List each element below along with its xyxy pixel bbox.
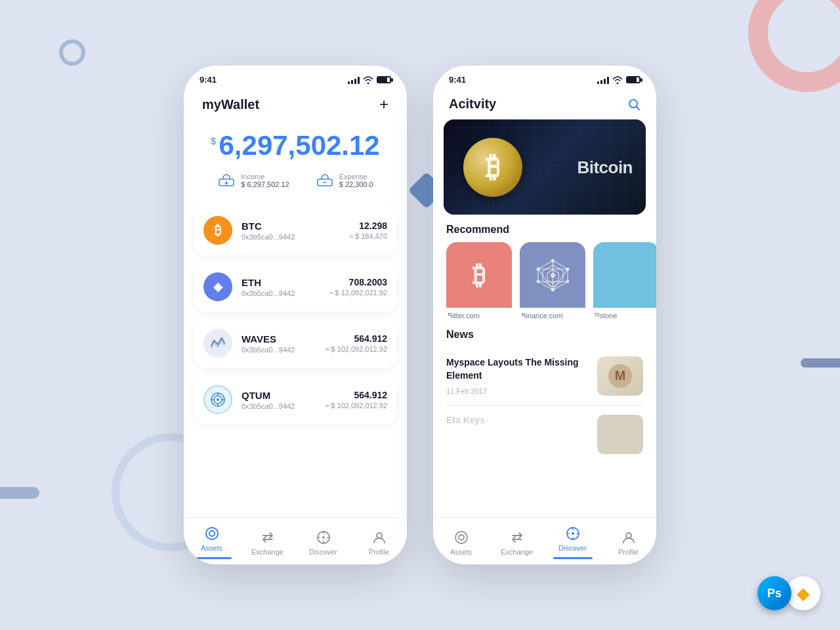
nav-exchange-activity[interactable]: Exchange: [497, 530, 537, 556]
svg-point-10: [629, 100, 637, 108]
svg-point-20: [537, 268, 539, 270]
eth-icon: ◈: [203, 272, 232, 301]
coin-item-qtum[interactable]: QTUM 0x3b5ca0...9442 564.912 ≈ $ 102,092…: [194, 375, 396, 425]
income-label: Income: [241, 173, 289, 180]
status-bar-activity: 9:41: [433, 66, 656, 90]
news-date-1: 11 Feb 2017: [446, 387, 587, 395]
bitter-name: Bitter.com: [446, 312, 512, 320]
expense-text: Expense $ 22,300.0: [339, 173, 373, 188]
search-button[interactable]: [627, 98, 640, 111]
expense-value: $ 22,300.0: [339, 180, 373, 188]
phones-container: 9:41: [184, 66, 656, 564]
signal-bar-4: [358, 77, 360, 84]
svg-point-28: [455, 532, 467, 543]
status-bar-wallet: 9:41: [184, 66, 407, 90]
svg-point-5: [206, 528, 218, 539]
waves-info: WAVES 0x3b5ca0...9442: [242, 333, 325, 354]
nav-discover-wallet[interactable]: Discover: [304, 530, 343, 556]
coin-item-waves[interactable]: WAVES 0x3b5ca0...9442 564.912 ≈ $ 102,09…: [194, 318, 396, 368]
waves-usd: ≈ $ 102,092,012.92: [325, 345, 387, 353]
bg-decoration-circle-pink: [748, 0, 840, 92]
bitcoin-coin: ₿: [463, 138, 522, 197]
income-item: Income $ 6,297,502.12: [217, 171, 289, 190]
discover-icon: [316, 530, 331, 545]
activity-title: Acitvity: [449, 96, 496, 112]
news-item-2[interactable]: Eta Keys: [446, 406, 643, 463]
svg-point-21: [566, 268, 569, 270]
recommend-card-polone[interactable]: Polone: [593, 242, 656, 320]
svg-point-32: [626, 533, 631, 538]
nav-indicator-wallet: [192, 557, 232, 559]
income-text: Income $ 6,297,502.12: [241, 173, 289, 188]
qtum-usd: ≈ $ 102,092,012.92: [325, 402, 387, 410]
qtum-info: QTUM 0x3b5ca0...9442: [242, 390, 325, 410]
battery-icon-2: [626, 76, 640, 83]
btc-name: BTC: [242, 220, 349, 232]
balance-section: $ 6,297,502.12 Income: [184, 117, 407, 205]
profile-icon-activity: [621, 530, 637, 545]
qtum-icon-container: [203, 385, 232, 414]
svg-point-4: [217, 398, 219, 401]
discover-icon-2: [565, 526, 581, 541]
bg-decoration-bar-right: [801, 358, 840, 368]
profile-icon-wallet: [371, 530, 387, 545]
qtum-amounts: 564.912 ≈ $ 102,092,012.92: [325, 390, 387, 410]
exchange-label-wallet: Exchange: [251, 548, 284, 556]
svg-point-23: [566, 280, 569, 283]
nav-profile-activity[interactable]: Profile: [609, 530, 648, 556]
expense-item: Expense $ 22,300.0: [316, 171, 373, 190]
battery-icon: [377, 76, 391, 83]
nav-assets-wallet[interactable]: Assets: [192, 526, 232, 559]
svg-text:M: M: [615, 368, 626, 383]
recommend-card-bitter[interactable]: ₿ Bitter.com: [446, 242, 512, 320]
nav-assets-activity[interactable]: Assets: [442, 530, 481, 556]
add-button[interactable]: +: [379, 96, 388, 112]
eth-info: ETH 0x3b5ca0...9442: [242, 277, 329, 297]
eth-addr: 0x3b5ca0...9442: [242, 289, 329, 297]
income-value: $ 6,297,502.12: [241, 180, 289, 188]
btc-icon: ₿: [203, 216, 232, 245]
eth-name: ETH: [242, 277, 329, 288]
coin-item-eth[interactable]: ◈ ETH 0x3b5ca0...9442 708.2003 ≈ $ 12,09…: [194, 262, 396, 312]
bg-decoration-circle-blue: [59, 39, 85, 66]
svg-point-9: [377, 533, 382, 538]
binance-logo: [520, 242, 585, 308]
signal-bar-2-4: [607, 77, 609, 84]
recommend-card-binance[interactable]: Binance.com: [520, 242, 585, 320]
qtum-addr: 0x3b5ca0...9442: [242, 402, 325, 410]
expense-icon: [316, 171, 334, 190]
expense-label: Expense: [339, 173, 373, 180]
btc-usd: ≈ $ 184,470: [349, 232, 387, 240]
bitter-logo: ₿: [446, 242, 512, 308]
currency-symbol: $: [211, 136, 216, 146]
profile-label-activity: Profile: [618, 548, 639, 556]
btc-addr: 0x3b5ca0...9442: [242, 233, 349, 241]
waves-balance: 564.912: [325, 333, 387, 344]
phone-wallet: 9:41: [184, 66, 407, 564]
nav-indicator-activity: [553, 557, 593, 559]
balance-meta: Income $ 6,297,502.12: [202, 171, 388, 190]
nav-profile-wallet[interactable]: Profile: [360, 530, 399, 556]
assets-icon: [204, 526, 220, 541]
waves-name: WAVES: [242, 333, 325, 345]
polone-logo: [593, 242, 656, 308]
news-item-1[interactable]: Myspace Layouts The Missing Element 11 F…: [446, 347, 643, 406]
exchange-icon: [260, 530, 276, 545]
nav-exchange-wallet[interactable]: Exchange: [248, 530, 287, 556]
news-title: News: [433, 320, 656, 347]
btc-amounts: 12.298 ≈ $ 184,470: [349, 220, 387, 240]
svg-point-31: [572, 532, 574, 535]
polone-name: Polone: [593, 312, 656, 320]
balance-amount: 6,297,502.12: [219, 130, 380, 161]
coin-item-btc[interactable]: ₿ BTC 0x3b5ca0...9442 12.298 ≈ $ 184,470: [194, 205, 396, 255]
nav-discover-activity[interactable]: Discover: [553, 526, 593, 559]
wallet-header: myWallet +: [184, 90, 407, 117]
eth-usd: ≈ $ 12,092,021.92: [329, 289, 387, 297]
signal-bar-2-3: [604, 79, 606, 84]
bitcoin-banner[interactable]: ₿ Bitcoin: [444, 119, 646, 215]
tool-badges: Ps ◆: [757, 576, 820, 610]
btc-balance: 12.298: [349, 220, 387, 231]
assets-icon-2: [453, 530, 469, 545]
status-icons-activity: [597, 76, 640, 84]
news-title-2: Eta Keys: [446, 415, 587, 425]
